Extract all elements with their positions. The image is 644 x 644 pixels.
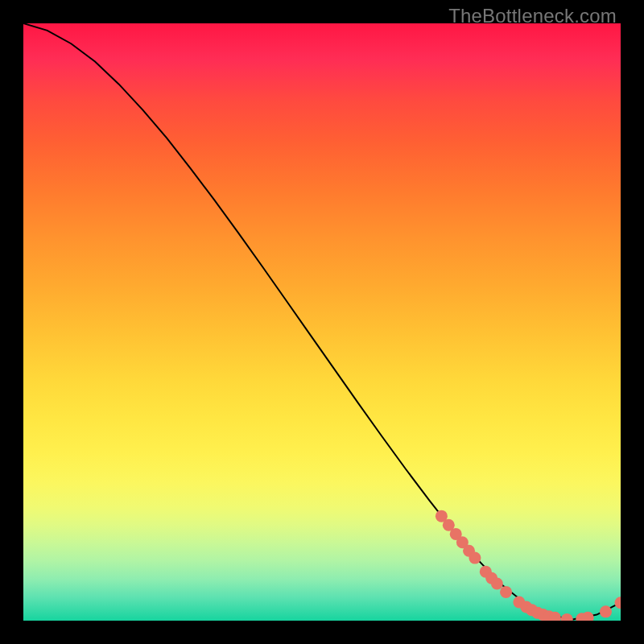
- chart-markers: [436, 510, 621, 621]
- curve-line: [23, 23, 621, 620]
- chart-marker: [491, 578, 503, 590]
- chart-marker: [600, 605, 612, 617]
- chart-marker: [582, 612, 594, 621]
- chart-marker: [500, 586, 512, 598]
- chart-marker: [615, 597, 621, 609]
- chart-stage: TheBottleneck.com: [0, 0, 644, 644]
- chart-marker: [561, 613, 573, 621]
- chart-marker: [469, 552, 481, 564]
- chart-plot-area: [23, 23, 621, 621]
- chart-svg: [23, 23, 621, 621]
